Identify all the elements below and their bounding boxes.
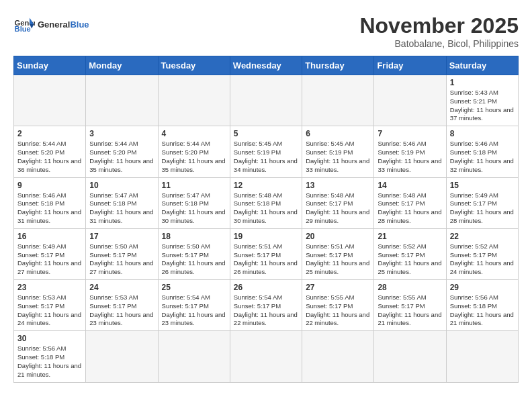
calendar-cell: 15Sunrise: 5:49 AMSunset: 5:17 PMDayligh…	[446, 177, 518, 228]
calendar-cell: 23Sunrise: 5:53 AMSunset: 5:17 PMDayligh…	[14, 280, 86, 331]
day-info: Sunrise: 5:49 AMSunset: 5:17 PMDaylight:…	[17, 242, 82, 277]
day-info: Sunrise: 5:51 AMSunset: 5:17 PMDaylight:…	[234, 242, 298, 277]
day-info: Sunrise: 5:47 AMSunset: 5:18 PMDaylight:…	[89, 191, 154, 226]
calendar-cell	[446, 331, 518, 382]
day-info: Sunrise: 5:56 AMSunset: 5:18 PMDaylight:…	[17, 345, 82, 379]
day-info: Sunrise: 5:45 AMSunset: 5:19 PMDaylight:…	[234, 140, 298, 174]
calendar-cell: 30Sunrise: 5:56 AMSunset: 5:18 PMDayligh…	[14, 331, 86, 382]
day-number: 16	[17, 232, 82, 241]
day-info: Sunrise: 5:53 AMSunset: 5:17 PMDaylight:…	[17, 293, 82, 328]
calendar-cell: 20Sunrise: 5:51 AMSunset: 5:17 PMDayligh…	[302, 228, 374, 279]
svg-text:Blue: Blue	[15, 25, 31, 33]
day-number: 19	[234, 232, 298, 241]
calendar-cell	[302, 331, 374, 382]
calendar-cell: 2Sunrise: 5:44 AMSunset: 5:20 PMDaylight…	[14, 126, 86, 177]
calendar-cell: 28Sunrise: 5:55 AMSunset: 5:17 PMDayligh…	[374, 280, 446, 331]
month-title: November 2025	[359, 13, 519, 38]
calendar-table: SundayMondayTuesdayWednesdayThursdayFrid…	[13, 56, 519, 383]
day-number: 3	[89, 129, 154, 138]
day-number: 5	[234, 129, 298, 138]
calendar-cell: 8Sunrise: 5:46 AMSunset: 5:18 PMDaylight…	[446, 126, 518, 177]
calendar-row: 1Sunrise: 5:43 AMSunset: 5:21 PMDaylight…	[14, 75, 519, 126]
day-number: 9	[17, 181, 82, 190]
calendar-cell	[230, 75, 302, 126]
calendar-cell: 16Sunrise: 5:49 AMSunset: 5:17 PMDayligh…	[14, 228, 86, 279]
day-info: Sunrise: 5:48 AMSunset: 5:18 PMDaylight:…	[234, 191, 298, 226]
calendar-cell	[302, 75, 374, 126]
calendar-cell: 29Sunrise: 5:56 AMSunset: 5:18 PMDayligh…	[446, 280, 518, 331]
calendar-cell: 17Sunrise: 5:50 AMSunset: 5:17 PMDayligh…	[86, 228, 158, 279]
weekday-header-tuesday: Tuesday	[158, 56, 230, 75]
calendar-cell: 4Sunrise: 5:44 AMSunset: 5:20 PMDaylight…	[158, 126, 230, 177]
day-number: 11	[162, 181, 226, 190]
calendar-cell: 27Sunrise: 5:55 AMSunset: 5:17 PMDayligh…	[302, 280, 374, 331]
calendar-cell	[374, 331, 446, 382]
day-info: Sunrise: 5:46 AMSunset: 5:18 PMDaylight:…	[450, 140, 515, 174]
day-number: 7	[378, 129, 442, 138]
calendar-cell: 9Sunrise: 5:46 AMSunset: 5:18 PMDaylight…	[14, 177, 86, 228]
day-info: Sunrise: 5:49 AMSunset: 5:17 PMDaylight:…	[450, 191, 515, 226]
weekday-header-thursday: Thursday	[302, 56, 374, 75]
day-info: Sunrise: 5:45 AMSunset: 5:19 PMDaylight:…	[306, 140, 370, 174]
day-info: Sunrise: 5:50 AMSunset: 5:17 PMDaylight:…	[162, 242, 226, 277]
calendar-cell: 10Sunrise: 5:47 AMSunset: 5:18 PMDayligh…	[86, 177, 158, 228]
day-number: 8	[450, 129, 515, 138]
day-number: 12	[234, 181, 298, 190]
calendar-cell: 7Sunrise: 5:46 AMSunset: 5:19 PMDaylight…	[374, 126, 446, 177]
day-number: 18	[162, 232, 226, 241]
day-info: Sunrise: 5:48 AMSunset: 5:17 PMDaylight:…	[306, 191, 370, 226]
day-number: 21	[378, 232, 442, 241]
day-number: 20	[306, 232, 370, 241]
calendar-cell: 12Sunrise: 5:48 AMSunset: 5:18 PMDayligh…	[230, 177, 302, 228]
day-info: Sunrise: 5:50 AMSunset: 5:17 PMDaylight:…	[89, 242, 154, 277]
calendar-row: 23Sunrise: 5:53 AMSunset: 5:17 PMDayligh…	[14, 280, 519, 331]
day-info: Sunrise: 5:44 AMSunset: 5:20 PMDaylight:…	[89, 140, 154, 174]
calendar-cell: 19Sunrise: 5:51 AMSunset: 5:17 PMDayligh…	[230, 228, 302, 279]
logo-icon: General Blue	[13, 13, 35, 35]
calendar-cell: 24Sunrise: 5:53 AMSunset: 5:17 PMDayligh…	[86, 280, 158, 331]
day-info: Sunrise: 5:46 AMSunset: 5:18 PMDaylight:…	[17, 191, 82, 226]
day-number: 13	[306, 181, 370, 190]
calendar-row: 2Sunrise: 5:44 AMSunset: 5:20 PMDaylight…	[14, 126, 519, 177]
day-info: Sunrise: 5:43 AMSunset: 5:21 PMDaylight:…	[450, 89, 515, 123]
day-number: 1	[450, 78, 515, 87]
calendar-cell: 18Sunrise: 5:50 AMSunset: 5:17 PMDayligh…	[158, 228, 230, 279]
day-number: 25	[162, 283, 226, 292]
weekday-header-monday: Monday	[86, 56, 158, 75]
day-info: Sunrise: 5:54 AMSunset: 5:17 PMDaylight:…	[162, 293, 226, 328]
calendar-cell	[374, 75, 446, 126]
calendar-cell: 21Sunrise: 5:52 AMSunset: 5:17 PMDayligh…	[374, 228, 446, 279]
day-number: 23	[17, 283, 82, 292]
calendar-cell: 26Sunrise: 5:54 AMSunset: 5:17 PMDayligh…	[230, 280, 302, 331]
day-info: Sunrise: 5:53 AMSunset: 5:17 PMDaylight:…	[89, 293, 154, 328]
day-number: 24	[89, 283, 154, 292]
day-info: Sunrise: 5:46 AMSunset: 5:19 PMDaylight:…	[378, 140, 442, 174]
calendar-cell	[86, 75, 158, 126]
weekday-header-wednesday: Wednesday	[230, 56, 302, 75]
weekday-header-sunday: Sunday	[14, 56, 86, 75]
calendar-cell: 13Sunrise: 5:48 AMSunset: 5:17 PMDayligh…	[302, 177, 374, 228]
day-info: Sunrise: 5:44 AMSunset: 5:20 PMDaylight:…	[17, 140, 82, 174]
calendar-cell: 25Sunrise: 5:54 AMSunset: 5:17 PMDayligh…	[158, 280, 230, 331]
day-info: Sunrise: 5:52 AMSunset: 5:17 PMDaylight:…	[378, 242, 442, 277]
day-number: 26	[234, 283, 298, 292]
title-section: November 2025 Batobalane, Bicol, Philipp…	[359, 13, 519, 49]
weekday-header-row: SundayMondayTuesdayWednesdayThursdayFrid…	[14, 56, 519, 75]
day-info: Sunrise: 5:47 AMSunset: 5:18 PMDaylight:…	[162, 191, 226, 226]
day-number: 14	[378, 181, 442, 190]
calendar-row: 16Sunrise: 5:49 AMSunset: 5:17 PMDayligh…	[14, 228, 519, 279]
day-info: Sunrise: 5:54 AMSunset: 5:17 PMDaylight:…	[234, 293, 298, 328]
day-info: Sunrise: 5:52 AMSunset: 5:17 PMDaylight:…	[450, 242, 515, 277]
logo: General Blue GeneralBlue	[13, 13, 89, 35]
day-number: 22	[450, 232, 515, 241]
calendar-cell: 1Sunrise: 5:43 AMSunset: 5:21 PMDaylight…	[446, 75, 518, 126]
day-number: 2	[17, 129, 82, 138]
day-info: Sunrise: 5:51 AMSunset: 5:17 PMDaylight:…	[306, 242, 370, 277]
day-number: 4	[162, 129, 226, 138]
calendar-row: 9Sunrise: 5:46 AMSunset: 5:18 PMDaylight…	[14, 177, 519, 228]
calendar-cell: 11Sunrise: 5:47 AMSunset: 5:18 PMDayligh…	[158, 177, 230, 228]
calendar-cell	[14, 75, 86, 126]
calendar-cell: 22Sunrise: 5:52 AMSunset: 5:17 PMDayligh…	[446, 228, 518, 279]
day-number: 10	[89, 181, 154, 190]
day-info: Sunrise: 5:48 AMSunset: 5:17 PMDaylight:…	[378, 191, 442, 226]
